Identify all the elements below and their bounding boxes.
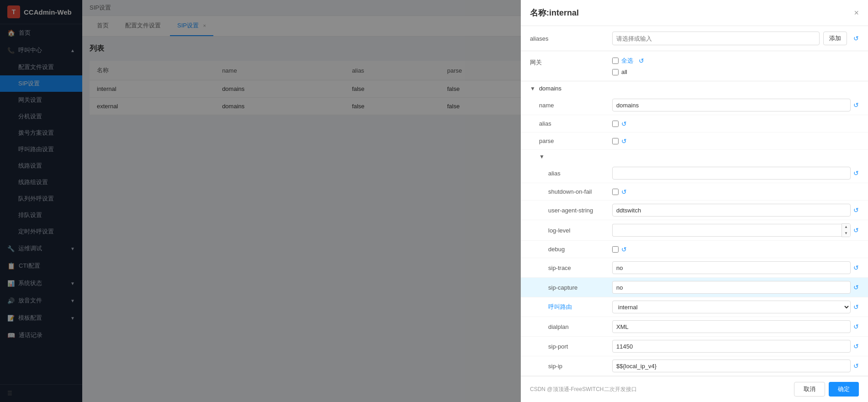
gateway-refresh-icon[interactable]: ↺ xyxy=(639,57,644,64)
field-sipcapture-value: ↺ xyxy=(612,281,859,294)
aliases-input-wrap: 添加 ↺ xyxy=(612,32,859,45)
field-sipport: sip-port ↺ xyxy=(521,337,868,356)
field-sipcapture-label: sip-capture xyxy=(530,284,612,291)
field-debug-checkbox[interactable] xyxy=(612,246,619,253)
field-useragent-label: user-agent-string xyxy=(530,207,612,214)
domains-toggle-icon[interactable]: ▼ xyxy=(530,85,535,92)
field-name-value: ↺ xyxy=(612,99,859,111)
field-sipip-input[interactable] xyxy=(612,360,851,372)
field-loglevel-refresh[interactable]: ↺ xyxy=(853,227,859,234)
field-parse-checkbox[interactable] xyxy=(612,138,619,144)
field-dialplan-label: dialplan xyxy=(530,323,612,330)
cancel-button[interactable]: 取消 xyxy=(794,382,825,397)
field-alias-text: alias ↺ xyxy=(521,164,868,183)
domains-section-header: ▼ domains xyxy=(521,81,868,95)
field-dialplan: dialplan ↺ xyxy=(521,317,868,337)
field-callroute-select[interactable]: internal xyxy=(612,301,851,313)
spinner-up[interactable]: ▲ xyxy=(842,224,850,230)
field-sipport-input[interactable] xyxy=(612,340,851,353)
field-dialplan-value: ↺ xyxy=(612,320,859,333)
field-parse-refresh-icon[interactable]: ↺ xyxy=(621,138,627,145)
field-alias-text-value: ↺ xyxy=(612,167,859,180)
field-loglevel-input[interactable] xyxy=(612,224,842,237)
field-useragent: user-agent-string ↺ xyxy=(521,201,868,220)
field-useragent-input[interactable] xyxy=(612,204,851,217)
gateway-all-label: all xyxy=(621,69,627,75)
field-siptrace-value: ↺ xyxy=(612,261,859,274)
gateway-option-all: 全选 ↺ xyxy=(612,56,859,66)
field-callroute-label: 呼叫路由 xyxy=(530,303,612,311)
field-useragent-value: ↺ xyxy=(612,204,859,217)
field-dialplan-input[interactable] xyxy=(612,320,851,333)
field-sipip: sip-ip ↺ xyxy=(521,356,868,376)
field-callroute-refresh[interactable]: ↺ xyxy=(853,303,859,311)
select-all-link[interactable]: 全选 xyxy=(621,57,633,65)
field-siptrace-label: sip-trace xyxy=(530,264,612,271)
field-parse-value: ↺ xyxy=(612,138,859,145)
gateway-label: 网关 xyxy=(530,56,612,67)
field-shutdown-label: shutdown-on-fail xyxy=(530,188,612,195)
overlay: 名称:internal × aliases 添加 ↺ 网关 xyxy=(0,0,868,402)
gateway-row: 网关 全选 ↺ all xyxy=(521,51,868,81)
sub-toggle-icon[interactable]: ▼ xyxy=(539,153,545,160)
field-sipip-value: ↺ xyxy=(612,360,859,372)
sub-section-header: ▼ xyxy=(521,150,868,164)
field-sipport-refresh[interactable]: ↺ xyxy=(853,343,859,350)
field-name: name ↺ xyxy=(521,95,868,115)
field-alias-text-refresh[interactable]: ↺ xyxy=(853,169,859,177)
field-shutdown-checkbox[interactable] xyxy=(612,189,619,195)
field-name-input[interactable] xyxy=(612,99,851,111)
field-sipcapture-input[interactable] xyxy=(612,281,851,294)
field-debug: debug ↺ xyxy=(521,241,868,258)
field-loglevel-value: ▲ ▼ ↺ xyxy=(612,223,859,237)
field-alias-checkbox[interactable] xyxy=(612,121,619,127)
field-dialplan-refresh[interactable]: ↺ xyxy=(853,323,859,330)
panel-footer-buttons: 取消 确定 xyxy=(794,382,859,397)
field-sipip-refresh[interactable]: ↺ xyxy=(853,362,859,370)
field-shutdown: shutdown-on-fail ↺ xyxy=(521,183,868,201)
field-loglevel-spinner: ▲ ▼ xyxy=(612,223,851,237)
field-callroute: 呼叫路由 internal ↺ xyxy=(521,297,868,317)
field-loglevel-label: log-level xyxy=(530,227,612,234)
field-parse-label: parse xyxy=(530,138,612,144)
gateway-option-item: all xyxy=(612,68,859,76)
spinner-down[interactable]: ▼ xyxy=(842,230,850,237)
field-debug-value: ↺ xyxy=(612,246,859,253)
aliases-row: aliases 添加 ↺ xyxy=(521,26,868,51)
gateway-content: 全选 ↺ all xyxy=(612,56,859,76)
field-sipcapture: sip-capture ↺ xyxy=(521,278,868,297)
gateway-all-checkbox[interactable] xyxy=(612,69,619,75)
select-all-checkbox[interactable] xyxy=(612,58,619,64)
watermark-text: CSDN @顶顶通-FreeSWITCH二次开发接口 xyxy=(530,386,637,393)
field-parse-check: parse ↺ xyxy=(521,132,868,150)
aliases-refresh-icon[interactable]: ↺ xyxy=(853,35,859,42)
confirm-button[interactable]: 确定 xyxy=(829,382,859,397)
field-shutdown-refresh[interactable]: ↺ xyxy=(621,188,627,196)
field-sipcapture-refresh[interactable]: ↺ xyxy=(853,284,859,291)
field-debug-refresh[interactable]: ↺ xyxy=(621,246,627,253)
panel-title: 名称:internal xyxy=(530,7,579,18)
field-siptrace-input[interactable] xyxy=(612,261,851,274)
field-name-refresh-icon[interactable]: ↺ xyxy=(853,101,859,109)
field-sipip-label: sip-ip xyxy=(530,363,612,370)
field-sipport-value: ↺ xyxy=(612,340,859,353)
field-loglevel: log-level ▲ ▼ ↺ xyxy=(521,220,868,241)
field-alias-value: ↺ xyxy=(612,120,859,127)
field-useragent-refresh[interactable]: ↺ xyxy=(853,206,859,214)
aliases-search-input[interactable] xyxy=(612,32,820,45)
panel-header: 名称:internal × xyxy=(521,0,868,26)
panel-footer: CSDN @顶顶通-FreeSWITCH二次开发接口 取消 确定 xyxy=(521,376,868,402)
spinner-buttons: ▲ ▼ xyxy=(842,223,851,237)
field-siptrace-refresh[interactable]: ↺ xyxy=(853,264,859,271)
field-name-label: name xyxy=(530,102,612,109)
aliases-label: aliases xyxy=(530,35,612,42)
field-alias-text-input[interactable] xyxy=(612,167,851,180)
field-debug-label: debug xyxy=(530,246,612,253)
field-alias-refresh-icon[interactable]: ↺ xyxy=(621,120,627,127)
field-alias-label: alias xyxy=(530,120,612,127)
aliases-add-button[interactable]: 添加 xyxy=(823,32,847,45)
field-callroute-value: internal ↺ xyxy=(612,301,859,313)
gateway-options: 全选 ↺ all xyxy=(612,56,859,76)
panel-close-button[interactable]: × xyxy=(854,8,859,18)
domains-section-label: domains xyxy=(539,85,561,92)
